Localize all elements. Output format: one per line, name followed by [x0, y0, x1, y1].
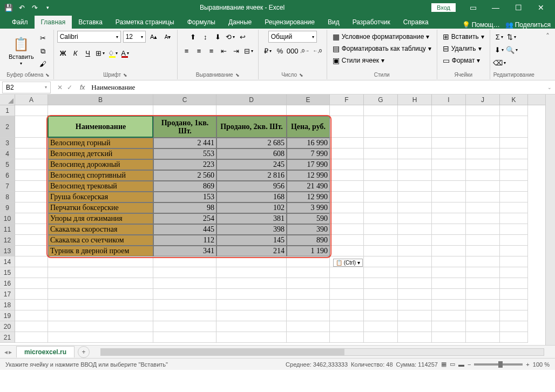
cell[interactable]	[500, 213, 528, 224]
underline-icon[interactable]: Ч	[82, 47, 94, 59]
align-right-icon[interactable]: ≡	[206, 45, 218, 57]
cell[interactable]	[153, 310, 216, 321]
cell[interactable]: Цена, руб.	[287, 116, 330, 138]
cell[interactable]	[432, 170, 466, 181]
cell[interactable]	[398, 300, 432, 310]
cell[interactable]	[500, 300, 528, 310]
cell[interactable]	[216, 332, 287, 343]
col-header[interactable]: C	[153, 94, 216, 105]
cell[interactable]	[398, 321, 432, 332]
cell[interactable]	[500, 256, 528, 267]
clipboard-expand-icon[interactable]: ⬊	[45, 72, 50, 78]
collapse-ribbon-icon[interactable]: ˄	[544, 30, 552, 80]
cell[interactable]	[500, 148, 528, 159]
cell[interactable]	[466, 116, 500, 138]
redo-icon[interactable]: ↷	[29, 2, 40, 13]
maximize-icon[interactable]: ☐	[507, 0, 529, 15]
cell[interactable]	[15, 267, 48, 278]
cell[interactable]	[500, 192, 528, 202]
confirm-formula-icon[interactable]: ✓	[67, 84, 72, 91]
cell[interactable]	[364, 148, 398, 159]
cell[interactable]	[500, 246, 528, 256]
cell[interactable]	[15, 148, 48, 159]
cell[interactable]	[432, 181, 466, 192]
worksheet-grid[interactable]: ABCDEFGHIJK 12НаименованиеПродано, 1кв. …	[0, 94, 555, 345]
tab-developer[interactable]: Разработчик	[346, 16, 397, 29]
cell[interactable]	[398, 235, 432, 246]
cell[interactable]: 223	[153, 159, 216, 170]
cell[interactable]	[466, 246, 500, 256]
cell[interactable]	[364, 256, 398, 267]
row-header[interactable]: 8	[0, 192, 15, 202]
cell[interactable]	[398, 181, 432, 192]
cell[interactable]	[364, 278, 398, 289]
row-header[interactable]: 7	[0, 181, 15, 192]
cell[interactable]	[500, 202, 528, 213]
sheet-nav-prev-icon[interactable]: ◂	[4, 348, 8, 356]
font-color-icon[interactable]: A	[119, 47, 131, 59]
cell[interactable]	[398, 310, 432, 321]
cell[interactable]	[432, 246, 466, 256]
cell[interactable]	[330, 246, 364, 256]
cell[interactable]	[287, 278, 330, 289]
currency-icon[interactable]: ₽	[262, 45, 274, 57]
row-header[interactable]: 14	[0, 256, 15, 267]
increase-decimal-icon[interactable]: ,0→	[299, 45, 311, 57]
cell[interactable]: Груша боксерская	[48, 192, 153, 202]
cell[interactable]	[500, 267, 528, 278]
cell[interactable]: 98	[153, 202, 216, 213]
row-header[interactable]: 21	[0, 332, 15, 343]
cell[interactable]: 553	[153, 148, 216, 159]
cell[interactable]: 21 490	[287, 181, 330, 192]
cell[interactable]	[432, 138, 466, 148]
cell[interactable]	[15, 278, 48, 289]
ribbon-options-icon[interactable]: ▭	[462, 0, 484, 15]
cell[interactable]: 398	[216, 224, 287, 235]
sort-filter-icon[interactable]: ⇅	[506, 31, 518, 43]
font-name-select[interactable]: Calibri▾	[57, 31, 121, 43]
cell[interactable]	[15, 235, 48, 246]
cell[interactable]	[15, 256, 48, 267]
cell[interactable]: 390	[287, 224, 330, 235]
increase-font-icon[interactable]: A▴	[148, 31, 160, 43]
cell[interactable]: 608	[216, 148, 287, 159]
row-header[interactable]: 11	[0, 224, 15, 235]
cell[interactable]	[15, 116, 48, 138]
cell[interactable]: 2 816	[216, 170, 287, 181]
cell[interactable]: 145	[216, 235, 287, 246]
percent-icon[interactable]: %	[274, 45, 286, 57]
cell[interactable]	[48, 289, 153, 300]
cell[interactable]	[48, 267, 153, 278]
cell[interactable]	[432, 116, 466, 138]
cell[interactable]	[466, 148, 500, 159]
paste-options-button[interactable]: 📋 (Ctrl) ▾	[333, 259, 363, 267]
conditional-format-button[interactable]: ▦Условное форматирование ▾	[330, 31, 432, 43]
cell[interactable]	[398, 148, 432, 159]
align-bottom-icon[interactable]: ⬇	[212, 31, 224, 43]
cell[interactable]	[48, 332, 153, 343]
cell[interactable]: 956	[216, 181, 287, 192]
cell[interactable]: 17 990	[287, 159, 330, 170]
cell[interactable]	[398, 278, 432, 289]
cell[interactable]	[398, 246, 432, 256]
col-header[interactable]: H	[398, 94, 432, 105]
zoom-in-icon[interactable]: +	[526, 361, 529, 368]
row-header[interactable]: 5	[0, 159, 15, 170]
cell[interactable]	[364, 267, 398, 278]
cell[interactable]	[432, 202, 466, 213]
sheet-tab[interactable]: microexcel.ru	[16, 346, 75, 357]
cell[interactable]	[330, 289, 364, 300]
col-header[interactable]: D	[216, 94, 287, 105]
align-left-icon[interactable]: ≡	[181, 45, 193, 57]
horizontal-scrollbar[interactable]	[100, 348, 544, 356]
row-header[interactable]: 4	[0, 148, 15, 159]
cell[interactable]	[153, 300, 216, 310]
cell[interactable]	[432, 148, 466, 159]
cell[interactable]	[287, 321, 330, 332]
cell[interactable]	[500, 159, 528, 170]
sheet-nav-next-icon[interactable]: ▸	[9, 348, 12, 356]
cell[interactable]	[432, 278, 466, 289]
cell[interactable]	[330, 267, 364, 278]
view-normal-icon[interactable]: ▦	[441, 361, 446, 368]
cell[interactable]	[330, 105, 364, 116]
